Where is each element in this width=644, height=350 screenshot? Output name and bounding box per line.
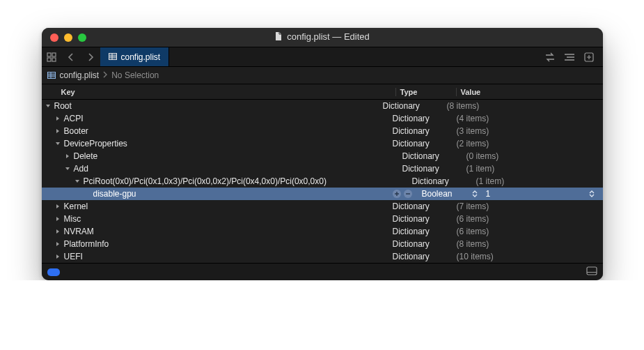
disclosure-open-icon[interactable] <box>45 103 52 109</box>
grid-view-button[interactable] <box>42 52 61 62</box>
tree-row[interactable]: ACPIDictionary(4 items) <box>42 112 603 125</box>
type-cell[interactable]: Boolean <box>418 189 482 199</box>
value-cell[interactable]: 1 <box>482 189 603 199</box>
tree-row[interactable]: AddDictionary(1 item) <box>42 162 603 175</box>
disclosure-closed-icon[interactable] <box>64 153 71 159</box>
type-cell: Dictionary <box>388 252 453 261</box>
tree-row[interactable]: MiscDictionary(6 items) <box>42 213 603 225</box>
column-header-key[interactable]: Key <box>42 88 395 96</box>
key-cell[interactable]: Misc <box>42 214 388 224</box>
key-cell[interactable]: PlatformInfo <box>42 239 388 249</box>
type-cell: Dictionary <box>388 201 453 211</box>
type-text: Dictionary <box>402 151 439 161</box>
type-text: Dictionary <box>412 176 449 186</box>
value-text: (1 item) <box>476 176 505 186</box>
editor-window: config.plist — Edited config.plist <box>42 28 603 280</box>
type-text: Dictionary <box>402 164 439 174</box>
key-cell[interactable]: disable-gpu <box>42 189 418 199</box>
window-controls <box>42 33 86 42</box>
panel-toggle-icon[interactable] <box>586 266 597 277</box>
remove-row-button[interactable] <box>404 190 412 198</box>
tree-row[interactable]: UEFIDictionary(10 items) <box>42 250 603 263</box>
forward-button[interactable] <box>81 53 100 61</box>
disclosure-closed-icon[interactable] <box>54 254 61 259</box>
outline-icon[interactable] <box>561 53 578 61</box>
key-cell[interactable]: ACPI <box>42 114 388 123</box>
stepper-icon[interactable] <box>472 190 478 197</box>
key-text: Misc <box>64 214 81 224</box>
key-cell[interactable]: PciRoot(0x0)/Pci(0x1,0x3)/Pci(0x0,0x2)/P… <box>42 176 408 186</box>
tab-label: config.plist <box>121 52 161 62</box>
value-cell: (6 items) <box>453 227 603 236</box>
key-text: ACPI <box>64 114 84 123</box>
value-cell: (8 items) <box>443 101 603 111</box>
type-text: Dictionary <box>393 126 430 136</box>
value-cell: (3 items) <box>453 126 603 136</box>
type-cell: Dictionary <box>379 101 443 111</box>
value-cell: (7 items) <box>453 201 603 211</box>
disclosure-closed-icon[interactable] <box>54 204 61 209</box>
type-cell: Dictionary <box>388 114 453 123</box>
disclosure-closed-icon[interactable] <box>54 128 61 134</box>
tree-row[interactable]: BooterDictionary(3 items) <box>42 125 603 137</box>
key-cell[interactable]: NVRAM <box>42 227 388 236</box>
key-cell[interactable]: Kernel <box>42 201 388 211</box>
disclosure-open-icon[interactable] <box>74 178 81 184</box>
close-window-button[interactable] <box>50 33 58 42</box>
key-cell[interactable]: Root <box>42 101 379 111</box>
zoom-window-button[interactable] <box>78 33 86 42</box>
column-headers: Key Type Value <box>42 84 603 100</box>
add-panel-icon[interactable] <box>581 52 597 62</box>
key-cell[interactable]: Add <box>42 164 398 174</box>
key-text: DeviceProperties <box>64 139 127 149</box>
column-header-type[interactable]: Type <box>395 88 456 96</box>
disclosure-open-icon[interactable] <box>64 166 71 172</box>
breadcrumb-file[interactable]: config.plist <box>60 70 100 80</box>
tree-row[interactable]: DevicePropertiesDictionary(2 items) <box>42 137 603 150</box>
status-indicator[interactable] <box>47 268 60 276</box>
toolbar-right <box>542 47 603 66</box>
tree-row[interactable]: NVRAMDictionary(6 items) <box>42 225 603 238</box>
disclosure-closed-icon[interactable] <box>54 116 61 121</box>
disclosure-closed-icon[interactable] <box>54 216 61 222</box>
value-cell: (0 items) <box>462 151 603 161</box>
key-cell[interactable]: Delete <box>42 151 398 161</box>
tree-row[interactable]: PciRoot(0x0)/Pci(0x1,0x3)/Pci(0x0,0x2)/P… <box>42 175 603 188</box>
swap-icon[interactable] <box>542 52 558 62</box>
type-text: Dictionary <box>393 239 430 249</box>
disclosure-closed-icon[interactable] <box>54 229 61 234</box>
minimize-window-button[interactable] <box>64 33 72 42</box>
titlebar: config.plist — Edited <box>42 28 603 47</box>
value-text: (0 items) <box>466 151 499 161</box>
key-cell[interactable]: UEFI <box>42 252 388 261</box>
value-cell: (6 items) <box>453 214 603 224</box>
key-text: PciRoot(0x0)/Pci(0x1,0x3)/Pci(0x0,0x2)/P… <box>84 176 327 186</box>
plist-file-icon <box>47 72 56 79</box>
tree-row[interactable]: disable-gpuBoolean1 <box>42 188 603 200</box>
nav-controls <box>42 47 100 66</box>
tree-row[interactable]: DeleteDictionary(0 items) <box>42 150 603 162</box>
value-cell: (2 items) <box>453 139 603 149</box>
type-text: Dictionary <box>393 114 430 123</box>
key-text: Kernel <box>64 201 88 211</box>
key-cell[interactable]: Booter <box>42 126 388 136</box>
type-cell: Dictionary <box>388 227 453 236</box>
back-button[interactable] <box>61 53 81 61</box>
type-cell: Dictionary <box>388 139 453 149</box>
stepper-icon[interactable] <box>589 190 595 197</box>
value-text: (4 items) <box>457 114 489 123</box>
add-row-button[interactable] <box>393 190 401 198</box>
disclosure-open-icon[interactable] <box>54 141 61 146</box>
type-text: Dictionary <box>393 201 430 211</box>
tree-row[interactable]: RootDictionary(8 items) <box>42 100 603 112</box>
key-cell[interactable]: DeviceProperties <box>42 139 388 149</box>
key-text: PlatformInfo <box>64 239 109 249</box>
tree-row[interactable]: KernelDictionary(7 items) <box>42 200 603 213</box>
tab-config-plist[interactable]: config.plist <box>100 47 170 66</box>
type-text: Dictionary <box>383 101 420 111</box>
tree-row[interactable]: PlatformInfoDictionary(8 items) <box>42 238 603 250</box>
disclosure-closed-icon[interactable] <box>54 241 61 247</box>
value-text: (3 items) <box>457 126 489 136</box>
column-header-value[interactable]: Value <box>456 88 603 96</box>
key-text: NVRAM <box>64 227 94 236</box>
